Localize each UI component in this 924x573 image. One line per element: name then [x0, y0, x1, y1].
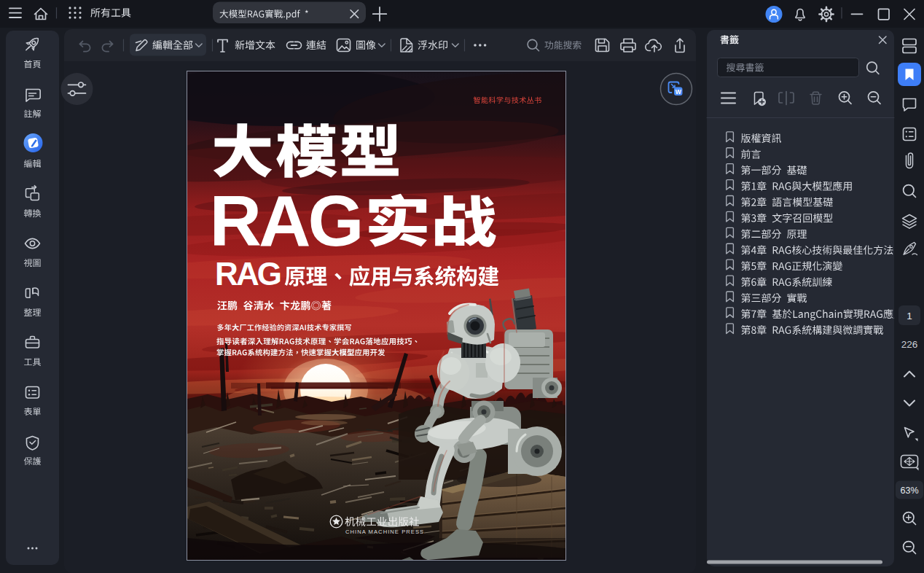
svg-text:CHINA MACHINE PRESS: CHINA MACHINE PRESS: [345, 529, 424, 535]
svg-text:226: 226: [901, 339, 918, 350]
svg-text:63%: 63%: [900, 486, 918, 496]
svg-text:RAG: RAG: [215, 256, 282, 292]
svg-text:1: 1: [907, 311, 912, 321]
svg-text:RAG: RAG: [210, 180, 364, 261]
svg-text:W: W: [676, 88, 682, 96]
